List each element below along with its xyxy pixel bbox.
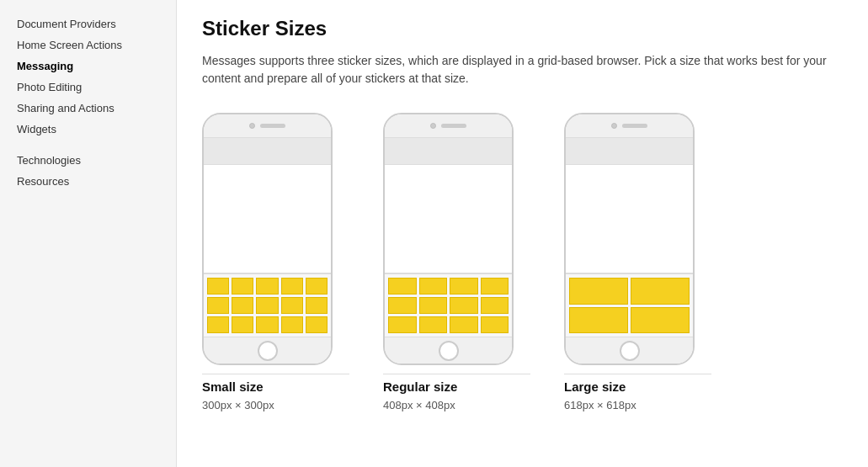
phones-row: Small size 300px × 300px <box>202 113 843 411</box>
speaker-small <box>260 124 285 128</box>
sidebar-item-sharing-and-actions[interactable]: Sharing and Actions <box>0 98 176 119</box>
sticker-cell <box>481 316 509 333</box>
phone-top-large <box>566 114 693 138</box>
phone-bottom-regular <box>385 337 512 364</box>
phone-top-regular <box>385 114 512 138</box>
sticker-cell <box>481 278 509 295</box>
camera-dot-small <box>249 123 255 129</box>
sticker-cell <box>207 316 229 333</box>
sticker-cell <box>207 297 229 314</box>
sticker-cell <box>450 316 478 333</box>
sticker-cell <box>388 316 417 333</box>
phone-chat-regular <box>385 165 512 273</box>
large-size-dims: 618px × 618px <box>564 399 636 411</box>
home-button-large <box>620 341 640 361</box>
sticker-cell <box>232 297 253 314</box>
sticker-cell <box>232 316 253 333</box>
speaker-large <box>622 124 647 128</box>
main-content: Sticker Sizes Messages supports three st… <box>177 0 868 467</box>
sticker-cell <box>450 278 478 295</box>
phone-header-regular <box>385 138 512 165</box>
phone-card-small: Small size 300px × 300px <box>202 113 349 411</box>
phone-header-small <box>204 138 331 165</box>
sidebar-item-home-screen-actions[interactable]: Home Screen Actions <box>0 34 176 56</box>
phone-frame-large <box>564 113 695 365</box>
sticker-grid-small <box>204 273 331 337</box>
home-button-regular <box>439 341 459 361</box>
phone-chat-large <box>566 165 693 273</box>
camera-dot-large <box>611 123 617 129</box>
sticker-grid-regular <box>385 273 512 337</box>
sidebar-item-technologies[interactable]: Technologies <box>0 150 176 171</box>
sticker-cell <box>450 297 478 314</box>
sidebar-item-widgets[interactable]: Widgets <box>0 119 176 140</box>
phone-card-regular: Regular size 408px × 408px <box>383 113 530 411</box>
phone-frame-regular <box>383 113 514 365</box>
sticker-cell <box>256 297 278 314</box>
sticker-cell <box>631 307 690 334</box>
sticker-cell <box>419 297 448 314</box>
regular-size-dims: 408px × 408px <box>383 399 455 411</box>
sticker-cell <box>631 278 690 305</box>
phone-bottom-large <box>566 337 693 364</box>
phone-header-large <box>566 138 693 165</box>
sticker-cell <box>481 297 509 314</box>
sticker-cell <box>419 316 448 333</box>
regular-size-label: Regular size <box>383 374 530 394</box>
sticker-cell <box>388 278 417 295</box>
phone-bottom-small <box>204 337 331 364</box>
sidebar-item-document-providers[interactable]: Document Providers <box>0 13 176 34</box>
sticker-cell <box>306 316 327 333</box>
sticker-cell <box>306 297 327 314</box>
sidebar-item-messaging[interactable]: Messaging <box>0 56 176 77</box>
sticker-cell <box>569 307 628 334</box>
sticker-cell <box>232 278 253 295</box>
sticker-cell <box>388 297 417 314</box>
sticker-cell <box>207 278 229 295</box>
sticker-cell <box>281 316 303 333</box>
small-size-label: Small size <box>202 374 349 394</box>
sticker-cell <box>281 278 303 295</box>
sticker-grid-large <box>566 273 693 337</box>
sidebar: Document Providers Home Screen Actions M… <box>0 0 177 467</box>
speaker-regular <box>441 124 466 128</box>
page-description: Messages supports three sticker sizes, w… <box>202 52 842 88</box>
home-button-small <box>258 341 278 361</box>
large-size-label: Large size <box>564 374 711 394</box>
phone-frame-small <box>202 113 333 365</box>
phone-card-large: Large size 618px × 618px <box>564 113 711 411</box>
sticker-cell <box>569 278 628 305</box>
sidebar-item-photo-editing[interactable]: Photo Editing <box>0 77 176 98</box>
sticker-cell <box>306 278 327 295</box>
sticker-cell <box>256 316 278 333</box>
sticker-cell <box>419 278 448 295</box>
phone-top-small <box>204 114 331 138</box>
camera-dot-regular <box>430 123 436 129</box>
sticker-cell <box>281 297 303 314</box>
sidebar-item-resources[interactable]: Resources <box>0 171 176 192</box>
page-title: Sticker Sizes <box>202 17 843 40</box>
phone-chat-small <box>204 165 331 273</box>
sticker-cell <box>256 278 278 295</box>
small-size-dims: 300px × 300px <box>202 399 274 411</box>
